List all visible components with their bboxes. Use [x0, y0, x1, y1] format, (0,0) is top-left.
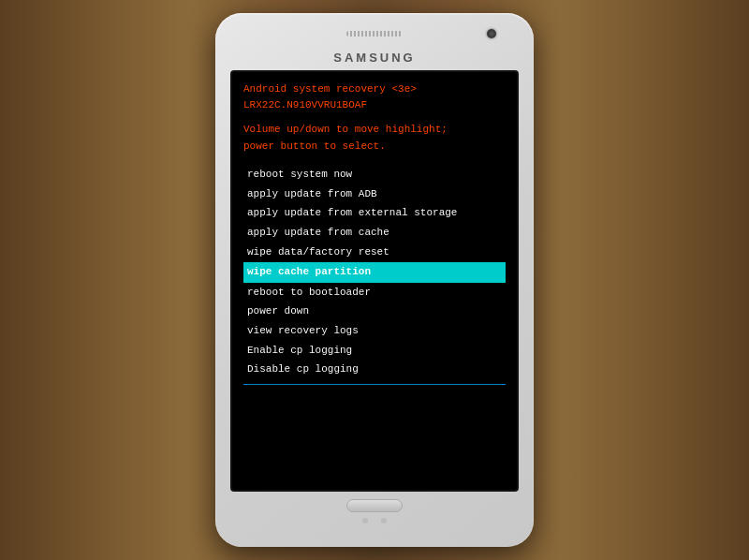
- camera-dot: [487, 29, 496, 38]
- header-line2: LRX22C.N910VVRU1BOAF: [243, 99, 367, 111]
- instruction-line2: power button to select.: [243, 140, 386, 152]
- menu-divider: [243, 384, 506, 385]
- indicator-right: [381, 518, 387, 523]
- indicator-left: [362, 518, 368, 523]
- home-button[interactable]: [346, 499, 403, 512]
- menu-list: reboot system nowapply update from ADBap…: [243, 166, 506, 385]
- menu-item-9[interactable]: Enable cp logging: [243, 342, 506, 361]
- menu-item-2[interactable]: apply update from external storage: [243, 204, 506, 223]
- menu-item-8[interactable]: view recovery logs: [243, 322, 506, 341]
- recovery-header: Android system recovery <3e> LRX22C.N910…: [243, 81, 506, 112]
- instructions: Volume up/down to move highlight; power …: [243, 122, 506, 155]
- menu-item-4[interactable]: wipe data/factory reset: [243, 243, 506, 262]
- phone-top-bar: [225, 24, 524, 43]
- menu-item-6[interactable]: reboot to bootloader: [243, 284, 506, 302]
- brand-label: SAMSUNG: [333, 51, 415, 65]
- menu-item-7[interactable]: power down: [243, 302, 506, 321]
- header-line1: Android system recovery <3e>: [243, 83, 417, 95]
- menu-item-10[interactable]: Disable cp logging: [243, 361, 506, 379]
- instruction-line1: Volume up/down to move highlight;: [243, 124, 448, 135]
- menu-item-0[interactable]: reboot system now: [243, 166, 506, 184]
- phone: SAMSUNG Android system recovery <3e> LRX…: [215, 13, 534, 547]
- menu-item-3[interactable]: apply update from cache: [243, 224, 506, 243]
- phone-bottom: [346, 499, 403, 523]
- menu-item-5[interactable]: wipe cache partition: [243, 262, 506, 283]
- bottom-indicators: [362, 518, 387, 523]
- menu-item-1[interactable]: apply update from ADB: [243, 185, 506, 204]
- speaker-grille: [346, 31, 403, 37]
- wooden-table-bg: SAMSUNG Android system recovery <3e> LRX…: [0, 0, 749, 560]
- phone-screen: Android system recovery <3e> LRX22C.N910…: [230, 70, 519, 492]
